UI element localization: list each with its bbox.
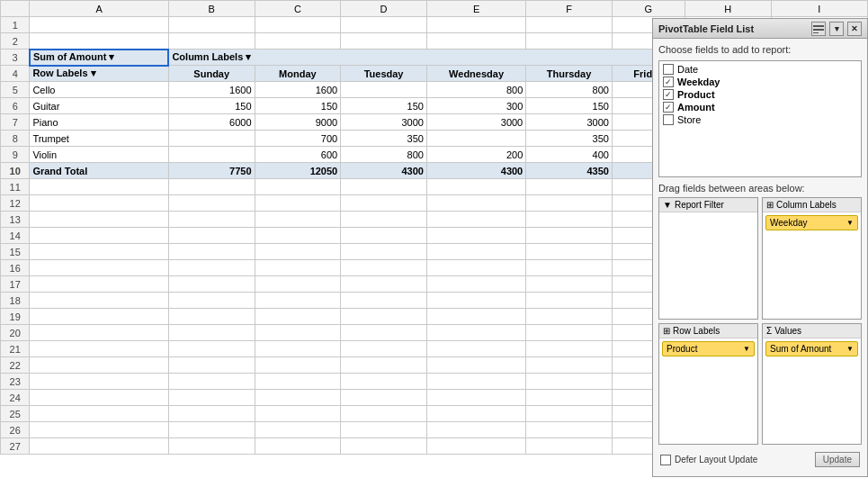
cell-violin-wednesday: 200	[426, 147, 525, 163]
weekday-pill-label: Weekday	[770, 218, 808, 228]
panel-close-icon[interactable]: ✕	[847, 22, 862, 36]
product-pill[interactable]: Product ▼	[662, 341, 755, 356]
cell-guitar-sunday: 150	[168, 98, 255, 114]
cell-violin-sunday	[168, 147, 255, 163]
titlebar-controls: ▾ ✕	[811, 22, 862, 36]
app-container: A B C D E F G H I 1 2 3	[0, 0, 868, 487]
cell-trumpet-tuesday: 350	[341, 131, 427, 147]
gt-sunday: 7750	[168, 163, 255, 179]
weekday-pill-dropdown-icon[interactable]: ▼	[846, 219, 854, 227]
col-header-row: A B C D E F G H I	[1, 1, 868, 17]
cell-trumpet-sunday	[168, 131, 255, 147]
sunday-header: Sunday	[168, 66, 255, 82]
col-header-e[interactable]: E	[426, 1, 525, 17]
drag-fields-label: Drag fields between areas below:	[658, 183, 862, 194]
pivot-field-list-panel: PivotTable Field List ▾ ✕ Choose fields …	[652, 18, 868, 477]
sum-of-amount-pill[interactable]: Sum of Amount ▼	[765, 341, 858, 356]
cell-trumpet-thursday: 350	[526, 131, 613, 147]
cell-guitar-monday: 150	[255, 98, 341, 114]
col-header-b[interactable]: B	[168, 1, 255, 17]
cell-piano-label[interactable]: Piano	[30, 114, 169, 131]
row-labels-body: Product ▼	[659, 338, 757, 445]
panel-dropdown-icon[interactable]: ▾	[829, 22, 844, 36]
panel-settings-icon[interactable]	[811, 22, 826, 36]
field-list-box: Date ✓ Weekday ✓ Product	[658, 60, 862, 177]
panel-titlebar: PivotTable Field List ▾ ✕	[653, 19, 867, 39]
col-header-g[interactable]: G	[612, 1, 685, 17]
svg-rect-1	[813, 29, 824, 31]
gt-monday: 12050	[255, 163, 341, 179]
row-icon: ⊞	[663, 326, 670, 336]
cell-trumpet-monday: 700	[255, 131, 341, 147]
field-item-product[interactable]: ✓ Product	[661, 88, 859, 101]
col-header-a[interactable]: A	[30, 1, 169, 17]
panel-title: PivotTable Field List	[658, 23, 754, 34]
gt-wednesday: 4300	[426, 163, 525, 179]
column-labels-area-header: ⊞ Column Labels	[763, 198, 861, 212]
values-area-header: Σ Values	[763, 324, 861, 338]
cell-guitar-label[interactable]: Guitar	[30, 98, 169, 114]
gt-tuesday: 4300	[341, 163, 427, 179]
grand-total-label: Grand Total	[30, 163, 169, 179]
sum-of-amount-pill-dropdown-icon[interactable]: ▼	[846, 345, 854, 353]
defer-checkbox[interactable]	[660, 455, 671, 465]
cell-piano-tuesday: 3000	[341, 114, 427, 131]
row-labels-area-header: ⊞ Row Labels	[659, 324, 757, 338]
gt-thursday: 4350	[526, 163, 613, 179]
values-area-label: Values	[774, 326, 801, 336]
cell-piano-monday: 9000	[255, 114, 341, 131]
defer-label: Defer Layout Update	[675, 455, 757, 464]
field-label-store: Store	[677, 114, 701, 125]
report-filter-area: ▼ Report Filter	[658, 197, 758, 320]
cell-trumpet-label[interactable]: Trumpet	[30, 131, 169, 147]
product-pill-dropdown-icon[interactable]: ▼	[743, 345, 750, 353]
field-item-date[interactable]: Date	[661, 63, 859, 76]
update-button[interactable]: Update	[815, 452, 860, 467]
monday-header: Monday	[255, 66, 341, 82]
cell-violin-monday: 600	[255, 147, 341, 163]
report-filter-header: ▼ Report Filter	[659, 198, 757, 212]
wednesday-header: Wednesday	[426, 66, 525, 82]
weekday-pill[interactable]: Weekday ▼	[765, 215, 858, 230]
cell-guitar-tuesday: 150	[341, 98, 427, 114]
col-header-d[interactable]: D	[341, 1, 427, 17]
cell-cello-thursday: 800	[526, 82, 613, 98]
row-labels-area: ⊞ Row Labels Product ▼	[658, 323, 758, 446]
field-checkbox-product[interactable]: ✓	[663, 89, 674, 100]
field-label-date: Date	[677, 64, 698, 75]
cell-cello-tuesday	[341, 82, 427, 98]
column-labels-body: Weekday ▼	[763, 212, 861, 319]
field-item-amount[interactable]: ✓ Amount	[661, 101, 859, 113]
column-icon: ⊞	[766, 200, 774, 210]
sum-of-amount-cell[interactable]: Sum of Amount ▾	[30, 50, 169, 66]
defer-row: Defer Layout Update Update	[658, 448, 862, 471]
field-item-store[interactable]: Store	[661, 113, 859, 126]
cell-trumpet-wednesday	[426, 131, 525, 147]
thursday-header: Thursday	[526, 66, 613, 82]
cell-piano-thursday: 3000	[526, 114, 613, 131]
svg-rect-0	[813, 25, 824, 27]
field-checkbox-amount[interactable]: ✓	[663, 102, 674, 113]
field-item-weekday[interactable]: ✓ Weekday	[661, 76, 859, 88]
product-pill-label: Product	[667, 344, 697, 354]
report-filter-label: Report Filter	[675, 200, 724, 210]
field-checkbox-weekday[interactable]: ✓	[663, 77, 674, 87]
filter-icon: ▼	[663, 200, 672, 210]
cell-violin-label[interactable]: Violin	[30, 147, 169, 163]
row-labels-area-label: Row Labels	[673, 326, 720, 336]
field-checkbox-date[interactable]	[663, 64, 674, 75]
col-header-h[interactable]: H	[685, 1, 771, 17]
cell-guitar-wednesday: 300	[426, 98, 525, 114]
field-label-weekday: Weekday	[677, 77, 720, 87]
values-body: Sum of Amount ▼	[763, 338, 861, 445]
svg-rect-2	[813, 32, 819, 33]
cell-cello-label[interactable]: Cello	[30, 82, 169, 98]
column-labels-area: ⊞ Column Labels Weekday ▼	[762, 197, 862, 320]
field-checkbox-store[interactable]	[663, 114, 674, 125]
col-header-c[interactable]: C	[255, 1, 341, 17]
report-filter-body[interactable]	[659, 212, 757, 319]
cell-piano-sunday: 6000	[168, 114, 255, 131]
col-header-f[interactable]: F	[526, 1, 613, 17]
col-header-i[interactable]: I	[771, 1, 868, 17]
row-labels-cell[interactable]: Row Labels ▾	[30, 66, 169, 82]
